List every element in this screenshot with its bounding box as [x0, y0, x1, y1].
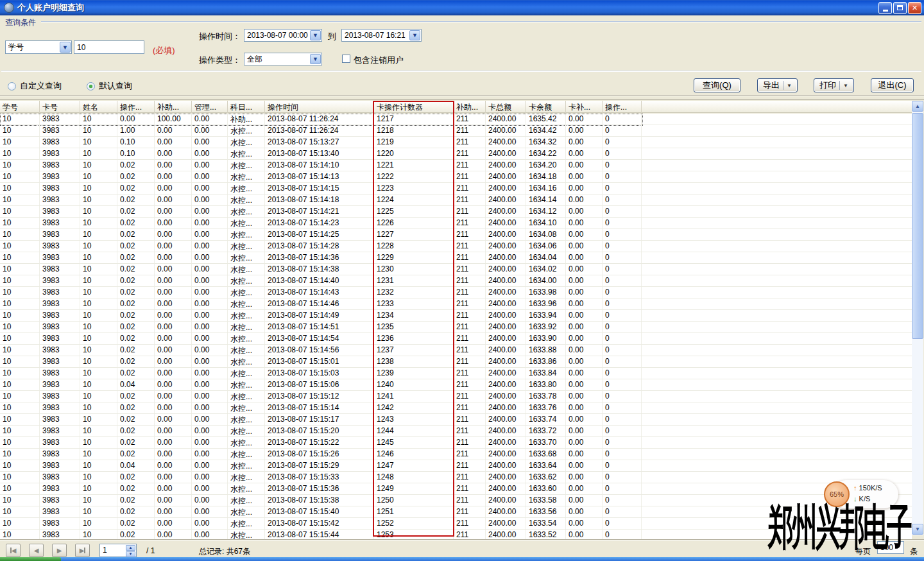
table-row[interactable]: 103983100.020.000.00水控...2013-08-07 15:1… [0, 437, 912, 449]
table-row[interactable]: 103983100.020.000.00水控...2013-08-07 15:1… [0, 414, 912, 426]
time-to-select[interactable]: 2013-08-07 16:21 ▼ [341, 29, 422, 42]
table-cell: 0.00 [155, 506, 192, 517]
custom-query-radio[interactable]: 自定义查询 [8, 80, 62, 92]
page-number-value[interactable]: 1 [100, 544, 126, 557]
chevron-down-icon[interactable]: ▼ [310, 54, 321, 64]
scroll-down-button[interactable]: ▼ [912, 524, 923, 535]
table-header-cell[interactable]: 操作... [117, 101, 155, 113]
table-cell: 0.00 [155, 137, 192, 148]
table-header-cell[interactable]: 操作... [603, 101, 642, 113]
spin-up-icon[interactable]: ▲ [126, 545, 135, 551]
exit-button[interactable]: 退出(C) [871, 78, 914, 92]
table-header-cell[interactable]: 卡操作计数器 [374, 101, 454, 113]
time-from-select[interactable]: 2013-08-07 00:00 ▼ [244, 29, 322, 42]
table-row[interactable]: 103983100.020.000.00水控...2013-08-07 15:1… [0, 310, 912, 322]
table-row[interactable]: 103983100.020.000.00水控...2013-08-07 15:1… [0, 229, 912, 241]
spin-down-icon[interactable]: ▼ [126, 551, 135, 557]
table-header-cell[interactable]: 科目... [228, 101, 265, 113]
table-row[interactable]: 103983100.020.000.00水控...2013-08-07 15:1… [0, 183, 912, 194]
table-row[interactable]: 103983100.020.000.00水控...2013-08-07 15:1… [0, 160, 912, 171]
table-header-cell[interactable]: 学号 [0, 101, 40, 113]
table-row[interactable]: 103983100.020.000.00水控...2013-08-07 15:1… [0, 194, 912, 206]
table-row[interactable]: 103983100.020.000.00水控...2013-08-07 15:1… [0, 206, 912, 218]
table-header-cell[interactable]: 姓名 [80, 101, 117, 113]
spinner-arrows[interactable]: ▲▼ [126, 544, 136, 557]
table-cell: 2013-08-07 15:15:42 [265, 518, 374, 529]
scrollbar-thumb[interactable] [912, 113, 923, 339]
export-button[interactable]: 导出 ▼ [757, 78, 798, 92]
table-cell: 2400.00 [486, 426, 526, 436]
table-row[interactable]: 103983100.020.000.00水控...2013-08-07 15:1… [0, 483, 912, 495]
table-row[interactable]: 103983100.100.000.00水控...2013-08-07 15:1… [0, 148, 912, 160]
minimize-button[interactable] [878, 2, 892, 14]
table-row[interactable]: 103983100.020.000.00水控...2013-08-07 15:1… [0, 426, 912, 437]
table-row[interactable]: 103983100.100.000.00水控...2013-08-07 15:1… [0, 137, 912, 148]
table-row[interactable]: 103983100.040.000.00水控...2013-08-07 15:1… [0, 460, 912, 472]
chevron-down-icon[interactable]: ▼ [60, 42, 71, 53]
restore-button[interactable] [893, 2, 907, 14]
table-row[interactable]: 103983100.040.000.00水控...2013-08-07 15:1… [0, 379, 912, 391]
scroll-up-button[interactable]: ▲ [912, 101, 923, 112]
table-row[interactable]: 103983100.020.000.00水控...2013-08-07 15:1… [0, 218, 912, 229]
table-header-cell[interactable]: 卡余额 [526, 101, 566, 113]
table-cell: 2400.00 [486, 414, 526, 425]
table-row[interactable]: 103983100.00100.000.00补助...2013-08-07 11… [0, 114, 912, 125]
first-page-button[interactable]: ◀ [6, 544, 21, 557]
chevron-down-icon[interactable]: ▼ [409, 30, 420, 40]
field-type-select[interactable]: 学号 ▼ [5, 40, 72, 54]
operation-type-select[interactable]: 全部 ▼ [244, 53, 322, 65]
vertical-scrollbar[interactable]: ▲ ▼ [912, 101, 923, 535]
include-cancelled-checkbox[interactable] [342, 55, 350, 63]
table-cell: 3983 [40, 125, 80, 136]
table-row[interactable]: 103983100.020.000.00水控...2013-08-07 15:1… [0, 252, 912, 264]
table-row[interactable]: 103983100.020.000.00水控...2013-08-07 15:1… [0, 275, 912, 287]
table-cell: 2013-08-07 15:14:18 [265, 194, 374, 205]
table-cell: 0.00 [566, 391, 603, 402]
table-cell: 1634.18 [526, 171, 566, 182]
table-cell: 0 [603, 483, 642, 494]
default-query-radio[interactable]: 默认查询 [87, 80, 132, 92]
table-cell: 1635.42 [526, 114, 566, 125]
table-cell: 211 [454, 183, 486, 194]
table-header-cell[interactable]: 卡号 [40, 101, 80, 113]
chevron-down-icon[interactable]: ▼ [787, 83, 792, 89]
table-header-cell[interactable]: 卡总额 [486, 101, 526, 113]
start-button-edge[interactable] [0, 557, 61, 561]
table-cell: 0.00 [192, 241, 228, 252]
table-row[interactable]: 103983100.020.000.00水控...2013-08-07 15:1… [0, 368, 912, 379]
chevron-down-icon[interactable]: ▼ [310, 30, 321, 40]
table-row[interactable]: 103983100.020.000.00水控...2013-08-07 15:1… [0, 333, 912, 345]
table-row[interactable]: 103983100.020.000.00水控...2013-08-07 15:1… [0, 298, 912, 310]
table-header-cell[interactable]: 卡补... [566, 101, 603, 113]
table-row[interactable]: 103983100.020.000.00水控...2013-08-07 15:1… [0, 345, 912, 356]
table-row[interactable]: 103983100.020.000.00水控...2013-08-07 15:1… [0, 171, 912, 183]
table-row[interactable]: 103983100.020.000.00水控...2013-08-07 15:1… [0, 356, 912, 368]
table-header-cell[interactable]: 补助... [454, 101, 486, 113]
print-button[interactable]: 打印 ▼ [814, 78, 854, 92]
table-row[interactable]: 103983101.000.000.00水控...2013-08-07 11:2… [0, 125, 912, 137]
table-row[interactable]: 103983100.020.000.00水控...2013-08-07 15:1… [0, 391, 912, 402]
prev-page-button[interactable]: ◀ [29, 544, 44, 557]
table-header-cell[interactable]: 操作时间 [265, 101, 374, 113]
next-page-button[interactable]: ▶ [52, 544, 67, 557]
chevron-down-icon[interactable]: ▼ [843, 83, 848, 89]
query-button[interactable]: 查询(Q) [694, 78, 740, 92]
table-cell: 0.00 [566, 241, 603, 252]
table-cell: 0.00 [155, 148, 192, 159]
last-page-button[interactable]: ▶ [75, 544, 90, 557]
table-row[interactable]: 103983100.020.000.00水控...2013-08-07 15:1… [0, 264, 912, 275]
field-value-input[interactable] [74, 40, 144, 54]
table-cell: 1247 [374, 460, 454, 471]
table-row[interactable]: 103983100.020.000.00水控...2013-08-07 15:1… [0, 322, 912, 333]
table-cell: 3983 [40, 426, 80, 436]
table-row[interactable]: 103983100.020.000.00水控...2013-08-07 15:1… [0, 402, 912, 414]
table-row[interactable]: 103983100.020.000.00水控...2013-08-07 15:1… [0, 449, 912, 460]
close-button[interactable]: ✕ [908, 2, 921, 14]
table-header-cell[interactable]: 管理... [192, 101, 228, 113]
table-cell: 水控... [228, 472, 265, 483]
table-row[interactable]: 103983100.020.000.00水控...2013-08-07 15:1… [0, 287, 912, 298]
table-row[interactable]: 103983100.020.000.00水控...2013-08-07 15:1… [0, 472, 912, 483]
table-header-cell[interactable]: 补助... [155, 101, 192, 113]
page-number-spinner[interactable]: 1 ▲▼ [99, 544, 137, 557]
table-row[interactable]: 103983100.020.000.00水控...2013-08-07 15:1… [0, 241, 912, 252]
